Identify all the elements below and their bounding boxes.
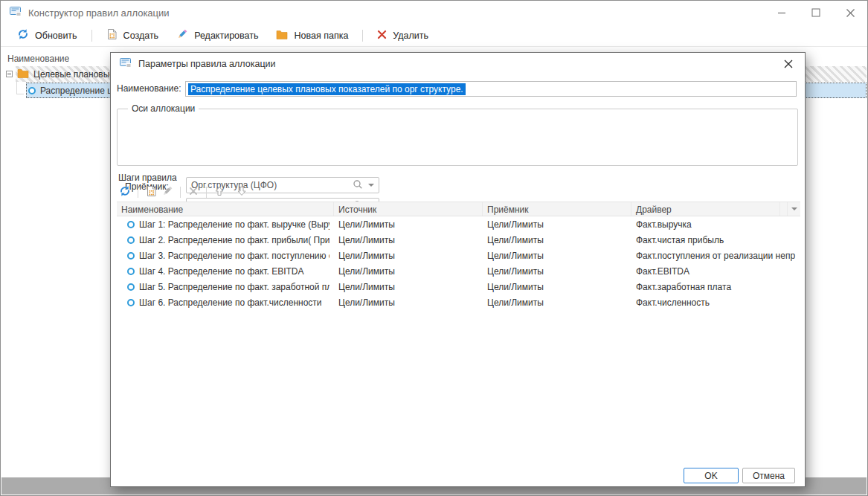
new-document-icon xyxy=(146,185,157,199)
tree-header-label: Наименование xyxy=(7,54,69,64)
edit-label: Редактировать xyxy=(194,30,258,41)
steps-edit-button-disabled[interactable] xyxy=(159,184,176,200)
steps-refresh-button[interactable] xyxy=(117,184,133,200)
folder-icon xyxy=(276,30,288,42)
step-name: Шаг 1: Распределение по факт. выручке (В… xyxy=(139,219,329,230)
step-source: Цели/Лимиты xyxy=(334,251,483,261)
folder-label: Целевые плановые п xyxy=(33,69,122,80)
rule-steps-label: Шаги правила xyxy=(118,173,177,183)
edit-button[interactable]: Редактировать xyxy=(167,27,267,45)
pencil-icon xyxy=(176,28,188,42)
step-name: Шаг 2. Распределение по факт. прибыли( П… xyxy=(139,235,329,245)
allocation-axes-group: Оси аллокации Приёмник: Орг.структура (Ц… xyxy=(117,109,798,166)
table-row[interactable]: Шаг 1: Распределение по факт. выручке (В… xyxy=(117,216,800,232)
toolbar-separator xyxy=(362,30,363,42)
column-header-name[interactable]: Наименование xyxy=(117,202,334,216)
column-header-source[interactable]: Источник xyxy=(334,202,483,216)
step-driver: Факт.заработная плата xyxy=(631,282,800,292)
magnifier-icon[interactable] xyxy=(353,179,363,192)
step-driver: Факт.выручка xyxy=(631,219,800,230)
tree-elbow-line xyxy=(16,81,24,94)
create-button[interactable]: Создать xyxy=(97,27,168,45)
step-source: Цели/Лимиты xyxy=(334,282,483,292)
step-driver: Факт.чистая прибыль xyxy=(631,235,800,245)
main-titlebar: Конструктор правил аллокации xyxy=(1,1,867,25)
steps-add-button[interactable] xyxy=(143,184,159,200)
new-folder-button[interactable]: Новая папка xyxy=(267,27,357,45)
step-circle-icon xyxy=(127,221,135,228)
step-driver: Факт.поступления от реализации непр xyxy=(631,251,800,261)
cancel-button-label: Отмена xyxy=(753,471,785,481)
steps-grid: Наименование Источник Приёмник Драйвер Ш… xyxy=(117,202,800,310)
toolbar-separator xyxy=(180,187,181,198)
folder-icon xyxy=(17,68,29,80)
step-name: Шаг 3. Распределение по факт. поступлени… xyxy=(139,251,329,261)
steps-move-down-button[interactable] xyxy=(234,184,250,200)
step-receiver: Цели/Лимиты xyxy=(483,282,631,292)
collapse-expander-icon[interactable] xyxy=(6,71,13,77)
ok-button[interactable]: OK xyxy=(684,468,739,483)
step-circle-icon xyxy=(127,299,135,306)
step-circle-icon xyxy=(127,252,135,260)
dialog-titlebar: Параметры правила аллокации xyxy=(111,53,805,75)
step-source: Цели/Лимиты xyxy=(334,266,483,277)
delete-button[interactable]: Удалить xyxy=(368,27,437,45)
new-folder-label: Новая папка xyxy=(294,30,348,41)
steps-toolbar xyxy=(117,184,250,200)
column-header-receiver[interactable]: Приёмник xyxy=(483,202,631,216)
step-source: Цели/Лимиты xyxy=(334,235,483,245)
steps-delete-button-disabled[interactable] xyxy=(185,184,202,200)
axes-group-label: Оси аллокации xyxy=(128,103,199,114)
delete-label: Удалить xyxy=(393,30,428,41)
refresh-button[interactable]: Обновить xyxy=(8,27,86,45)
column-chooser-button[interactable] xyxy=(788,202,800,216)
dialog-close-icon[interactable] xyxy=(781,57,796,71)
allocation-rule-dialog: Параметры правила аллокации Наименование… xyxy=(110,52,806,487)
toolbar-separator xyxy=(206,187,207,198)
ok-button-label: OK xyxy=(704,471,717,481)
steps-grid-header: Наименование Источник Приёмник Драйвер xyxy=(117,202,800,216)
name-input[interactable]: Распределение целевых плановых показател… xyxy=(185,81,797,97)
arrow-down-icon xyxy=(236,185,248,199)
rule-circle-icon xyxy=(28,87,36,94)
refresh-label: Обновить xyxy=(35,30,77,41)
triangle-down-icon xyxy=(791,207,797,210)
arrow-up-icon xyxy=(213,185,225,199)
step-driver: Факт.EBITDA xyxy=(631,266,800,277)
close-button[interactable] xyxy=(833,1,867,25)
column-header-driver[interactable]: Драйвер xyxy=(631,202,780,216)
dialog-window-icon xyxy=(120,58,132,70)
table-row[interactable]: Шаг 6. Распределение по факт.численности… xyxy=(117,294,800,310)
name-field-label: Наименование: xyxy=(117,83,181,94)
step-receiver: Цели/Лимиты xyxy=(483,219,631,230)
step-circle-icon xyxy=(127,236,135,244)
dialog-title: Параметры правила аллокации xyxy=(138,59,276,69)
table-row[interactable]: Шаг 5. Распределение по факт. заработной… xyxy=(117,279,800,294)
pencil-icon xyxy=(161,185,173,199)
chevron-down-icon[interactable] xyxy=(368,184,374,187)
cancel-button[interactable]: Отмена xyxy=(742,468,795,483)
table-row[interactable]: Шаг 4. Распределение по факт. EBITDA Цел… xyxy=(117,263,800,279)
step-source: Цели/Лимиты xyxy=(334,297,483,308)
table-row[interactable]: Шаг 2. Распределение по факт. прибыли( П… xyxy=(117,232,800,248)
minimize-button[interactable] xyxy=(765,1,799,25)
table-row[interactable]: Шаг 3. Распределение по факт. поступлени… xyxy=(117,248,800,263)
toolbar-separator xyxy=(91,30,92,42)
delete-x-icon xyxy=(377,30,387,42)
step-name: Шаг 4. Распределение по факт. EBITDA xyxy=(139,266,304,277)
step-receiver: Цели/Лимиты xyxy=(483,251,631,261)
step-receiver: Цели/Лимиты xyxy=(483,235,631,245)
step-source: Цели/Лимиты xyxy=(334,219,483,230)
maximize-button[interactable] xyxy=(799,1,833,25)
refresh-icon xyxy=(119,185,131,199)
step-circle-icon xyxy=(127,283,135,291)
steps-move-up-button[interactable] xyxy=(211,184,228,200)
new-document-icon xyxy=(106,28,118,42)
step-driver: Факт.численность xyxy=(631,297,800,308)
step-circle-icon xyxy=(127,268,135,275)
step-name: Шаг 5. Распределение по факт. заработной… xyxy=(139,282,329,292)
main-toolbar: Обновить Создать xyxy=(1,25,867,47)
toolbar-separator xyxy=(138,187,138,198)
step-receiver: Цели/Лимиты xyxy=(483,266,631,277)
step-name: Шаг 6. Распределение по факт.численности xyxy=(139,297,322,308)
